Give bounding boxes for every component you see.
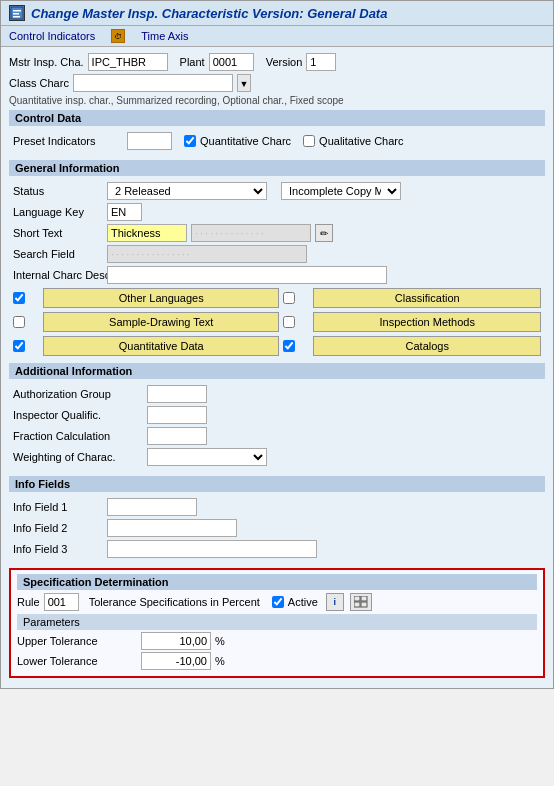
quantitative-data-checkbox[interactable] bbox=[13, 340, 25, 352]
search-field-input[interactable] bbox=[107, 245, 307, 263]
language-key-row: Language Key bbox=[13, 203, 541, 221]
short-text-label: Short Text bbox=[13, 227, 103, 239]
title-bar: Change Master Insp. Characteristic Versi… bbox=[1, 1, 553, 26]
active-check[interactable]: Active bbox=[272, 596, 318, 608]
plant-input[interactable] bbox=[209, 53, 254, 71]
short-text-row: Short Text ✏ bbox=[13, 224, 541, 242]
additional-info-header: Additional Information bbox=[9, 363, 545, 379]
mstr-insp-label: Mstr Insp. Cha. bbox=[9, 56, 84, 68]
preset-label: Preset Indicators bbox=[13, 135, 123, 147]
catalogs-button[interactable]: Catalogs bbox=[313, 336, 541, 356]
lower-tolerance-input[interactable] bbox=[141, 652, 211, 670]
buttons-grid: Other Languages Classification Sample-Dr… bbox=[13, 288, 541, 356]
svg-rect-3 bbox=[13, 16, 20, 18]
classification-button[interactable]: Classification bbox=[313, 288, 541, 308]
mstr-insp-input[interactable] bbox=[88, 53, 168, 71]
header-row: Mstr Insp. Cha. Plant Version bbox=[9, 53, 545, 71]
auth-group-label: Authorization Group bbox=[13, 388, 143, 400]
class-charc-dropdown-icon[interactable]: ▼ bbox=[237, 74, 251, 92]
specification-box: Specification Determination Rule Toleran… bbox=[9, 568, 545, 678]
quantitative-charc-checkbox[interactable] bbox=[184, 135, 196, 147]
classification-checkbox[interactable] bbox=[283, 292, 295, 304]
weighting-select[interactable] bbox=[147, 448, 267, 466]
short-text-edit-icon[interactable]: ✏ bbox=[315, 224, 333, 242]
quantitative-charc-check[interactable]: Quantitative Charc bbox=[184, 135, 291, 147]
info-field3-input[interactable] bbox=[107, 540, 317, 558]
other-languages-button[interactable]: Other Languages bbox=[43, 288, 279, 308]
upper-tolerance-input[interactable] bbox=[141, 632, 211, 650]
status-row: Status 2 Released 1 In Process 3 Archive… bbox=[13, 182, 541, 200]
quantitative-charc-label: Quantitative Charc bbox=[200, 135, 291, 147]
info-field1-row: Info Field 1 bbox=[13, 498, 541, 516]
search-field-label: Search Field bbox=[13, 248, 103, 260]
language-key-input[interactable] bbox=[107, 203, 142, 221]
rule-desc: Tolerance Specifications in Percent bbox=[89, 596, 260, 608]
short-text-input[interactable] bbox=[107, 224, 187, 242]
upper-tolerance-label: Upper Tolerance bbox=[17, 635, 137, 647]
status-select[interactable]: 2 Released 1 In Process 3 Archived bbox=[107, 182, 267, 200]
spec-rule-row: Rule Tolerance Specifications in Percent… bbox=[17, 593, 537, 611]
rule-label: Rule bbox=[17, 596, 40, 608]
info-fields-content: Info Field 1 Info Field 2 Info Field 3 bbox=[9, 495, 545, 564]
class-charc-label: Class Charc bbox=[9, 77, 69, 89]
weighting-label: Weighting of Charac. bbox=[13, 451, 143, 463]
inspection-methods-checkbox[interactable] bbox=[283, 316, 295, 328]
fraction-input[interactable] bbox=[147, 427, 207, 445]
time-axis-icon: ⏱ bbox=[111, 29, 125, 43]
short-text-blurred-input[interactable] bbox=[191, 224, 311, 242]
info-fields-header: Info Fields bbox=[9, 476, 545, 492]
info-icon[interactable]: i bbox=[326, 593, 344, 611]
sample-drawing-checkbox[interactable] bbox=[13, 316, 25, 328]
preset-input[interactable] bbox=[127, 132, 172, 150]
control-data-header: Control Data bbox=[9, 110, 545, 126]
info-field1-input[interactable] bbox=[107, 498, 197, 516]
svg-rect-5 bbox=[361, 596, 367, 601]
rule-input[interactable] bbox=[44, 593, 79, 611]
lower-tolerance-row: Lower Tolerance % bbox=[17, 652, 537, 670]
menu-bar: Control Indicators ⏱ Time Axis bbox=[1, 26, 553, 47]
version-label: Version bbox=[266, 56, 303, 68]
catalogs-checkbox[interactable] bbox=[283, 340, 295, 352]
internal-charc-input[interactable] bbox=[107, 266, 387, 284]
lower-tolerance-label: Lower Tolerance bbox=[17, 655, 137, 667]
search-field-row: Search Field bbox=[13, 245, 541, 263]
specification-header: Specification Determination bbox=[17, 574, 537, 590]
active-label: Active bbox=[288, 596, 318, 608]
control-data-content: Preset Indicators Quantitative Charc Qua… bbox=[9, 129, 545, 156]
active-checkbox[interactable] bbox=[272, 596, 284, 608]
svg-rect-1 bbox=[13, 10, 21, 12]
class-charc-input[interactable] bbox=[73, 74, 233, 92]
quantitative-data-button[interactable]: Quantitative Data bbox=[43, 336, 279, 356]
general-info-header: General Information bbox=[9, 160, 545, 176]
auth-group-row: Authorization Group bbox=[13, 385, 541, 403]
copy-model-select[interactable]: Incomplete Copy Model bbox=[281, 182, 401, 200]
info-field2-row: Info Field 2 bbox=[13, 519, 541, 537]
svg-rect-7 bbox=[361, 602, 367, 607]
info-field2-input[interactable] bbox=[107, 519, 237, 537]
menu-control-indicators[interactable]: Control Indicators bbox=[9, 29, 95, 43]
grid-icon[interactable] bbox=[350, 593, 372, 611]
info-field1-label: Info Field 1 bbox=[13, 501, 103, 513]
inspector-input[interactable] bbox=[147, 406, 207, 424]
upper-unit: % bbox=[215, 635, 225, 647]
auth-group-input[interactable] bbox=[147, 385, 207, 403]
qualitative-charc-checkbox[interactable] bbox=[303, 135, 315, 147]
menu-time-axis[interactable]: Time Axis bbox=[141, 29, 188, 43]
window-title: Change Master Insp. Characteristic Versi… bbox=[31, 6, 387, 21]
inspection-methods-button[interactable]: Inspection Methods bbox=[313, 312, 541, 332]
class-charc-row: Class Charc ▼ bbox=[9, 74, 545, 92]
other-languages-checkbox[interactable] bbox=[13, 292, 25, 304]
info-field3-label: Info Field 3 bbox=[13, 543, 103, 555]
svg-rect-4 bbox=[354, 596, 360, 601]
language-key-label: Language Key bbox=[13, 206, 103, 218]
qualitative-charc-check[interactable]: Qualitative Charc bbox=[303, 135, 403, 147]
info-field2-label: Info Field 2 bbox=[13, 522, 103, 534]
general-info-content: Status 2 Released 1 In Process 3 Archive… bbox=[9, 179, 545, 359]
version-input[interactable] bbox=[306, 53, 336, 71]
fraction-row: Fraction Calculation bbox=[13, 427, 541, 445]
qualitative-charc-label: Qualitative Charc bbox=[319, 135, 403, 147]
inspector-row: Inspector Qualific. bbox=[13, 406, 541, 424]
sample-drawing-button[interactable]: Sample-Drawing Text bbox=[43, 312, 279, 332]
additional-info-content: Authorization Group Inspector Qualific. … bbox=[9, 382, 545, 472]
lower-unit: % bbox=[215, 655, 225, 667]
